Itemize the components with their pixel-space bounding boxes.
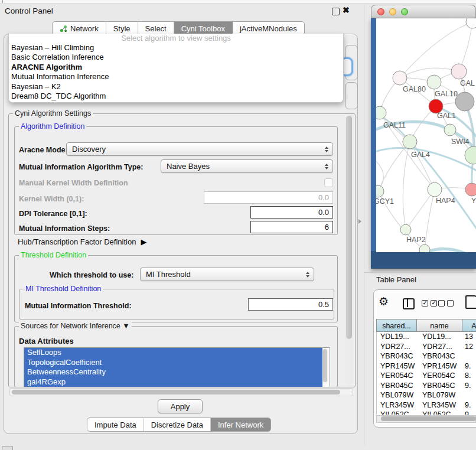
mi-algorithm-type-select[interactable]: Naive Bayes	[161, 159, 333, 173]
attribute-topologicalcoefficient[interactable]: TopologicalCoefficient	[24, 358, 322, 368]
application-window: Control Panel ✖ NetworkStyleSelectCyni T…	[0, 0, 476, 450]
sources-group-title[interactable]: Sources for Network Inference ▼	[19, 322, 132, 330]
mi-threshold-field[interactable]: 0.5	[248, 298, 333, 311]
which-threshold-select[interactable]: MI Threshold	[140, 268, 314, 281]
table-row[interactable]: YBR043CYBR043C	[377, 351, 476, 361]
manual-kernel-width-checkbox[interactable]	[324, 178, 333, 187]
network-node-gal11[interactable]	[376, 106, 386, 119]
minimize-window-button[interactable]	[389, 8, 396, 15]
network-node-gal80[interactable]	[393, 71, 407, 85]
attribute-gal4rgexp[interactable]: gal4RGexp	[24, 377, 322, 387]
tab-select[interactable]: Select	[138, 22, 174, 35]
network-node-salmon-node[interactable]	[465, 183, 476, 196]
hub-definition-disclosure[interactable]: Hub/Transcription Factor Definition ▶	[18, 237, 146, 246]
table-cell: 12	[463, 342, 476, 352]
network-node-hap4[interactable]	[428, 182, 442, 197]
algorithm-option-bayesian-hill-climbing[interactable]: Bayesian – Hill Climbing	[9, 43, 343, 53]
algorithm-option-dream8-dc-tdc-algorithm[interactable]: Dream8 DC_TDC Algorithm	[9, 92, 343, 101]
network-node-gal-upper[interactable]	[451, 64, 467, 79]
select-all-columns-icon[interactable]: ✓ ✓	[422, 300, 437, 306]
mi-steps-label: Mutual Information Steps:	[19, 224, 110, 233]
tab-style[interactable]: Style	[106, 22, 138, 35]
node-label-gal1: GAL1	[437, 112, 456, 120]
show-columns-icon[interactable]	[403, 298, 415, 309]
network-node-hap2[interactable]	[400, 224, 411, 235]
tab-network[interactable]: Network	[53, 22, 106, 35]
table-panel-divider	[364, 272, 476, 273]
node-label-y: Y	[471, 197, 476, 205]
settings-vscrollbar-thumb[interactable]	[346, 116, 352, 339]
node-label-gal80: GAL80	[403, 85, 426, 93]
tab-impute-data[interactable]: Impute Data	[87, 418, 144, 431]
table-cell: YIL052C	[377, 410, 418, 415]
network-node-partial-top[interactable]	[466, 18, 476, 28]
apply-button[interactable]: Apply	[158, 399, 203, 413]
tab-jactivemnodules[interactable]: jActiveMNodules	[233, 22, 304, 35]
network-node-gal10[interactable]	[427, 75, 441, 89]
table-row[interactable]: YDR27...YDR27...12	[377, 342, 476, 352]
tab-cyni-toolbox[interactable]: Cyni Toolbox	[174, 22, 233, 35]
column-header-a[interactable]: A	[462, 319, 476, 332]
network-node-gcy1[interactable]	[376, 185, 384, 197]
attribute-selfloops[interactable]: SelfLoops	[24, 348, 322, 358]
kernel-width-field[interactable]: 0.0	[204, 191, 333, 204]
table-row[interactable]: YBR045CYBR045C9.	[377, 381, 476, 391]
sources-title-text: Sources for Network Inference	[21, 322, 120, 330]
table-cell: YDL19...	[418, 332, 463, 342]
gear-icon[interactable]: ⚙	[379, 296, 389, 308]
mi-steps-field[interactable]: 6	[250, 221, 333, 233]
table-row[interactable]: YER054CYER054C8.	[377, 371, 476, 381]
column-header-name[interactable]: name	[417, 319, 462, 332]
dpi-tolerance-value: 0.0	[318, 208, 329, 217]
data-attributes-list[interactable]: SelfLoopsTopologicalCoefficientBetweenne…	[24, 347, 330, 387]
float-panel-icon[interactable]	[332, 8, 340, 15]
table-cell: YPR145W	[377, 361, 418, 371]
tab-label: Discretize Data	[151, 420, 203, 429]
table-hscrollbar-thumb[interactable]	[381, 416, 476, 421]
toolbar-separator	[2, 0, 3, 3]
table-cell: YBL079W	[418, 390, 463, 400]
network-node-swi4[interactable]	[444, 124, 456, 136]
settings-group-title: Cyni Algorithm Settings	[13, 109, 93, 118]
table-row[interactable]: YPR145WYPR145W9.	[377, 361, 476, 371]
aracne-mode-value: Discovery	[72, 145, 106, 154]
table-mode-icon[interactable]	[465, 295, 476, 309]
table-cell: YDR27...	[418, 342, 463, 352]
table-row[interactable]: YLR345WYLR345W9.	[377, 400, 476, 410]
expand-right-icon[interactable]: ▶	[141, 237, 146, 246]
node-label-gal10: GAL10	[435, 90, 458, 98]
aracne-mode-select[interactable]: Discovery	[66, 142, 333, 156]
network-window-titlebar[interactable]	[371, 5, 476, 18]
network-canvas[interactable]: GALGAL80GAL10GAL1GAL11SWI4GAL4GCY1HAP4YH…	[376, 18, 476, 252]
network-node-gal4[interactable]	[403, 135, 417, 149]
network-node-gray-node[interactable]	[455, 92, 474, 111]
mi-steps-value: 6	[325, 223, 329, 231]
table-row[interactable]: YBL079WYBL079W	[377, 390, 476, 400]
deselect-all-columns-icon[interactable]	[438, 300, 454, 306]
collapse-down-icon[interactable]: ▼	[122, 322, 129, 330]
network-node-bottom-node[interactable]	[419, 244, 430, 252]
table-row[interactable]: YIL052CYIL052C9	[377, 410, 476, 415]
combo-arrows-icon	[306, 272, 309, 278]
attribute-betweennesscentrality[interactable]: BetweennessCentrality	[24, 367, 322, 377]
tab-discretize-data[interactable]: Discretize Data	[144, 418, 211, 431]
table-cell: 13	[463, 332, 476, 342]
settings-hscrollbar-thumb[interactable]	[12, 390, 340, 394]
dpi-tolerance-field[interactable]: 0.0	[250, 206, 333, 219]
combo-arrows-icon	[325, 164, 328, 169]
table-row[interactable]: YDL19...YDL19...13	[377, 332, 476, 342]
minimized-panel-icon[interactable]	[2, 446, 13, 450]
attributes-scrollbar-thumb[interactable]	[323, 349, 327, 382]
algorithm-option-aracne-algorithm[interactable]: ARACNE Algorithm	[9, 63, 343, 72]
close-panel-icon[interactable]: ✖	[343, 5, 350, 15]
table-cell	[463, 390, 476, 400]
algorithm-option-basic-correlation-inference[interactable]: Basic Correlation Inference	[9, 53, 343, 62]
column-header-shared[interactable]: shared...	[376, 319, 417, 332]
algorithm-option-mutual-information-inference[interactable]: Mutual Information Inference	[9, 72, 343, 81]
algorithm-option-bayesian-k2[interactable]: Bayesian – K2	[9, 82, 343, 92]
node-label-gcy1: GCY1	[376, 197, 394, 206]
network-node-big-green[interactable]	[465, 146, 476, 164]
close-window-button[interactable]	[377, 8, 384, 15]
zoom-window-button[interactable]	[401, 8, 408, 15]
tab-infer-network[interactable]: Infer Network	[211, 418, 270, 431]
